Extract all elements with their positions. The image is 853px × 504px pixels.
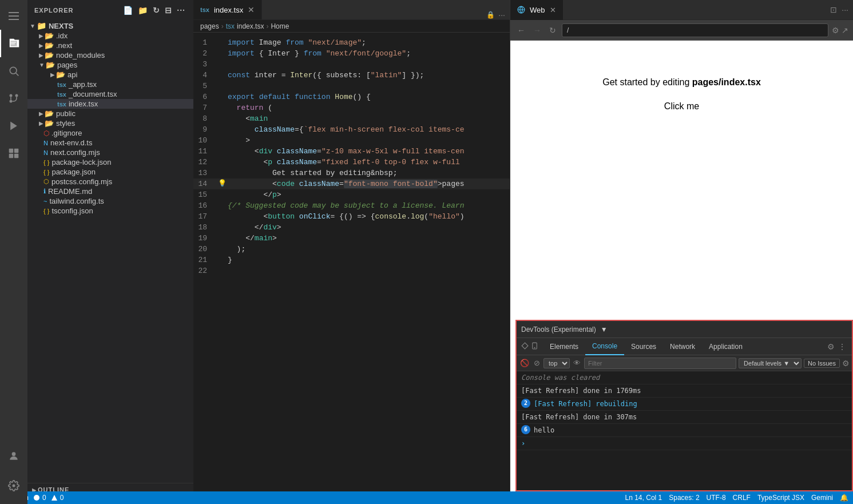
devtools-settings-icon[interactable]: ⚙	[827, 342, 835, 351]
collapse-icon[interactable]: ⊟	[164, 5, 173, 16]
hamburger-menu-icon[interactable]	[0, 2, 27, 30]
issues-badge[interactable]: No Issues	[804, 359, 840, 368]
status-spaces[interactable]: Spaces: 2	[669, 494, 699, 502]
extensions-activity-icon[interactable]	[0, 140, 27, 167]
tree-item-readme[interactable]: ℹ README.md	[27, 186, 193, 196]
svg-point-28	[54, 499, 54, 500]
breadcrumb-home[interactable]: Home	[271, 22, 289, 30]
next-env-icon: N	[43, 140, 48, 146]
status-eol[interactable]: CRLF	[733, 494, 751, 502]
lock-icon[interactable]: 🔒	[486, 11, 495, 19]
tree-item-postcss[interactable]: ⬡ postcss.config.mjs	[27, 177, 193, 186]
tree-item-next[interactable]: ▶ 📂 .next	[27, 41, 193, 50]
status-encoding[interactable]: UTF-8	[707, 494, 726, 502]
tree-item-styles[interactable]: ▶ 📂 styles	[27, 118, 193, 128]
tab-close-icon[interactable]: ✕	[248, 5, 255, 14]
new-file-icon[interactable]: 📄	[122, 5, 134, 16]
status-errors[interactable]: 0 0	[33, 494, 64, 502]
breadcrumb-file[interactable]: index.tsx	[237, 22, 264, 30]
svg-point-16	[12, 452, 16, 456]
breadcrumb-sep1: ›	[221, 22, 224, 30]
back-button[interactable]: ←	[515, 25, 527, 36]
web-tab[interactable]: Web ✕	[510, 0, 563, 20]
code-line-18: 18 </div>	[193, 222, 510, 233]
devtools-tab-sources[interactable]: Sources	[624, 338, 663, 355]
tree-root-nexts[interactable]: ▼ 📁 NEXTS	[27, 21, 193, 31]
devtools-panel-icons	[519, 342, 541, 351]
status-cursor[interactable]: Ln 14, Col 1	[625, 494, 662, 502]
console-prompt-line[interactable]: ›	[517, 437, 852, 450]
tree-item-tsconfig[interactable]: { } tsconfig.json	[27, 206, 193, 216]
tree-item-index-tsx[interactable]: tsx index.tsx	[27, 99, 193, 109]
click-me-button[interactable]: Click me	[664, 101, 699, 112]
browser-url-input[interactable]	[562, 23, 828, 37]
split-editor-icon[interactable]: ⊡	[830, 5, 837, 14]
sidebar-more-icon[interactable]: ···	[176, 5, 187, 16]
tree-item-package-json[interactable]: { } package.json	[27, 167, 193, 177]
tree-item-next-config[interactable]: N next.config.mjs	[27, 148, 193, 157]
tree-item-document-tsx[interactable]: tsx _document.tsx	[27, 89, 193, 99]
source-control-activity-icon[interactable]	[0, 85, 27, 112]
open-browser-icon[interactable]: ↗	[842, 26, 848, 35]
status-notification-icon[interactable]: 🔔	[840, 494, 848, 502]
editor-more-icon[interactable]: ···	[498, 10, 505, 19]
refresh-icon[interactable]: ↻	[152, 5, 161, 16]
breadcrumb-pages[interactable]: pages	[200, 22, 219, 30]
tree-item-app-tsx[interactable]: tsx _app.tsx	[27, 80, 193, 89]
new-folder-icon[interactable]: 📁	[137, 5, 149, 16]
tree-item-pages[interactable]: ▼ 📂 pages	[27, 60, 193, 70]
console-clear-icon[interactable]: 🚫	[519, 358, 530, 368]
next-config-icon: N	[43, 149, 48, 156]
reload-button[interactable]: ↻	[547, 25, 558, 36]
tree-item-node-modules[interactable]: ▶ 📂 node_modules	[27, 50, 193, 60]
tree-item-gitignore[interactable]: ⬡ .gitignore	[27, 128, 193, 138]
warning-icon	[51, 494, 58, 501]
tree-item-api[interactable]: ▶ 📂 api	[27, 70, 193, 80]
open-devtools-icon[interactable]: ⚙	[832, 26, 839, 35]
devtools-inspect-icon[interactable]	[521, 342, 529, 351]
console-filter-icon[interactable]: ⊘	[533, 358, 541, 368]
svg-rect-14	[9, 154, 14, 158]
console-eye-icon[interactable]: 👁	[572, 358, 582, 368]
devtools-tab-console[interactable]: Console	[585, 338, 624, 355]
code-line-14: 14 💡 <code className="font-mono font-bol…	[193, 178, 510, 189]
tree-item-idx[interactable]: ▶ 📂 .idx	[27, 31, 193, 41]
status-language[interactable]: TypeScript JSX	[757, 494, 804, 502]
tree-item-public[interactable]: ▶ 📂 public	[27, 109, 193, 118]
context-selector[interactable]: top	[543, 358, 570, 368]
log-levels-select[interactable]: Default levels ▼	[739, 358, 802, 368]
explorer-activity-icon[interactable]	[0, 30, 27, 57]
devtools-tab-network[interactable]: Network	[663, 338, 702, 355]
forward-button[interactable]: →	[531, 25, 543, 36]
account-activity-icon[interactable]	[0, 442, 27, 470]
devtools-tab-application[interactable]: Application	[702, 338, 749, 355]
devtools-tab-elements[interactable]: Elements	[543, 338, 585, 355]
code-content[interactable]: 1 import Image from "next/image"; 2 impo…	[193, 33, 510, 504]
devtools-device-icon[interactable]	[531, 342, 538, 351]
code-line-2: 2 import { Inter } from "next/font/googl…	[193, 48, 510, 59]
console-line-fast-refresh-1: [Fast Refresh] done in 1769ms	[517, 384, 852, 398]
tab-index-tsx[interactable]: tsx index.tsx ✕	[193, 0, 262, 19]
tailwind-icon: ~	[43, 198, 47, 205]
debug-activity-icon[interactable]	[0, 112, 27, 140]
web-more-icon[interactable]: ···	[842, 5, 848, 14]
devtools-collapse-icon[interactable]: ▼	[601, 326, 608, 334]
search-activity-icon[interactable]	[0, 57, 27, 85]
tree-item-next-env[interactable]: N next-env.d.ts	[27, 138, 193, 148]
status-gemini[interactable]: Gemini	[811, 494, 833, 502]
devtools-more-icon[interactable]: ⋮	[838, 342, 846, 351]
sidebar-header-icons: 📄 📁 ↻ ⊟ ···	[122, 5, 187, 16]
next-config-label: next.config.mjs	[50, 148, 100, 157]
console-settings-icon[interactable]: ⚙	[842, 359, 850, 368]
svg-line-6	[16, 73, 19, 76]
web-tab-label: Web	[530, 6, 545, 14]
web-tab-close-icon[interactable]: ✕	[550, 6, 556, 14]
tree-item-tailwind[interactable]: ~ tailwind.config.ts	[27, 196, 193, 206]
console-filter-input[interactable]	[584, 358, 736, 369]
tree-item-package-lock[interactable]: { } package-lock.json	[27, 157, 193, 167]
settings-activity-icon[interactable]	[0, 472, 27, 499]
console-line-hello: 6 hello	[517, 424, 852, 437]
lightbulb-icon[interactable]: 💡	[218, 178, 227, 189]
tsconfig-label: tsconfig.json	[51, 207, 93, 215]
devtools-console-content[interactable]: Console was cleared [Fast Refresh] done …	[517, 371, 852, 490]
